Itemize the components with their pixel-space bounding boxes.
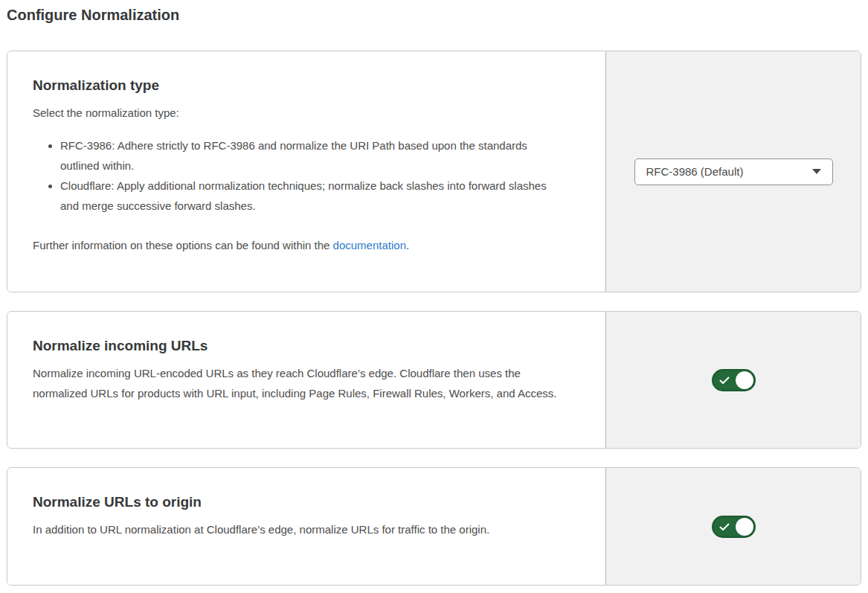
- card-description: In addition to URL normalization at Clou…: [33, 519, 576, 539]
- card-heading: Normalization type: [33, 76, 576, 95]
- card-normalize-incoming-urls-control-panel: [605, 312, 861, 448]
- card-normalize-urls-to-origin: Normalize URLs to origin In addition to …: [7, 467, 861, 586]
- toggle-knob: [736, 518, 753, 536]
- footer-note-period: .: [406, 239, 409, 251]
- card-normalize-urls-to-origin-control-panel: [605, 468, 861, 585]
- list-item: Cloudflare: Apply additional normalizati…: [60, 176, 553, 216]
- documentation-link[interactable]: documentation: [333, 239, 406, 251]
- footer-note: Further information on these options can…: [33, 235, 576, 255]
- card-intro: Select the normalization type:: [33, 103, 576, 123]
- card-normalization-type-control-panel: RFC-3986 (Default): [605, 51, 861, 292]
- card-description: Normalize incoming URL-encoded URLs as t…: [33, 363, 576, 403]
- normalization-type-select-value: RFC-3986 (Default): [646, 165, 744, 178]
- normalize-incoming-urls-toggle[interactable]: [712, 369, 756, 391]
- footer-note-text: Further information on these options can…: [33, 239, 333, 251]
- card-normalize-urls-to-origin-content: Normalize URLs to origin In addition to …: [7, 468, 605, 585]
- page-title: Configure Normalization: [7, 5, 861, 25]
- card-heading: Normalize URLs to origin: [33, 493, 576, 512]
- configure-normalization-page: Configure Normalization Normalization ty…: [0, 0, 868, 586]
- card-normalize-incoming-urls: Normalize incoming URLs Normalize incomi…: [7, 311, 861, 449]
- normalization-type-select[interactable]: RFC-3986 (Default): [634, 158, 833, 185]
- toggle-knob: [736, 371, 753, 389]
- normalization-options-list: RFC-3986: Adhere strictly to RFC-3986 an…: [33, 135, 553, 216]
- card-normalization-type: Normalization type Select the normalizat…: [7, 51, 861, 292]
- checkmark-icon: [719, 376, 730, 385]
- chevron-down-icon: [812, 169, 821, 174]
- list-item: RFC-3986: Adhere strictly to RFC-3986 an…: [60, 135, 553, 176]
- card-normalize-incoming-urls-content: Normalize incoming URLs Normalize incomi…: [7, 312, 605, 448]
- card-normalization-type-content: Normalization type Select the normalizat…: [7, 51, 605, 292]
- card-heading: Normalize incoming URLs: [33, 336, 576, 356]
- normalize-urls-to-origin-toggle[interactable]: [712, 516, 756, 538]
- checkmark-icon: [719, 523, 730, 531]
